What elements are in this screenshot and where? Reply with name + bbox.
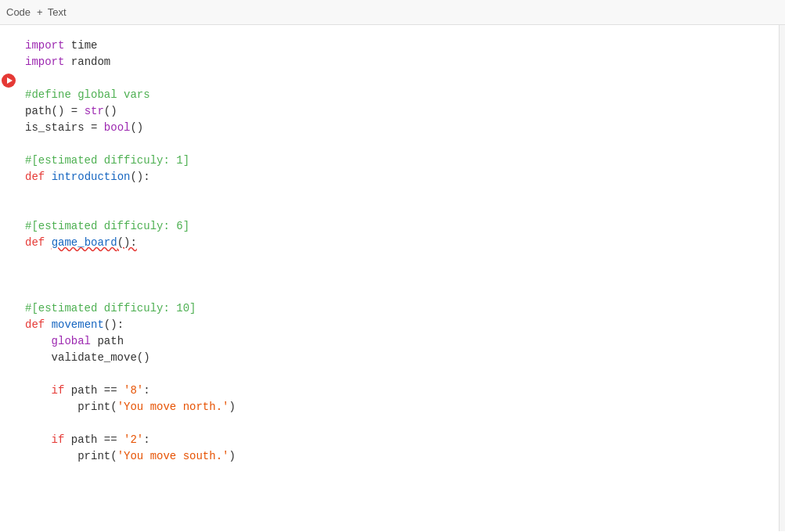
run-button[interactable] [2, 74, 16, 88]
code-line: def introduction(): [25, 169, 766, 185]
code-line [25, 251, 766, 268]
code-line: validate_move() [25, 350, 766, 366]
code-line [25, 366, 766, 383]
code-line [25, 185, 766, 202]
run-gutter [0, 25, 19, 531]
code-line [25, 268, 766, 284]
code-line: import time [25, 38, 766, 54]
code-line: def game_board(): [25, 235, 766, 251]
code-line [25, 202, 766, 218]
code-line: is_stairs = bool() [25, 120, 766, 136]
code-line: print('You move north.') [25, 399, 766, 415]
code-line: path() = str() [25, 103, 766, 120]
main-content: import time import random #define global… [0, 25, 785, 531]
code-line [25, 136, 766, 153]
code-line: #define global vars [25, 87, 766, 103]
toolbar-plus: + [37, 6, 43, 18]
code-line [25, 415, 766, 432]
code-editor[interactable]: import time import random #define global… [19, 25, 779, 531]
toolbar: Code + Text [0, 0, 785, 25]
scrollbar-track[interactable] [779, 25, 785, 531]
code-line: import random [25, 54, 766, 70]
code-line: #[estimated difficuly: 1] [25, 153, 766, 169]
code-line: #[estimated difficuly: 6] [25, 218, 766, 235]
code-line: if path == '8': [25, 383, 766, 399]
code-line: print('You move south.') [25, 448, 766, 465]
toolbar-code-label: Code [6, 6, 31, 18]
code-line: #[estimated difficuly: 10] [25, 300, 766, 317]
code-line: if path == '2': [25, 432, 766, 448]
code-line [25, 284, 766, 300]
code-line: def movement(): [25, 317, 766, 333]
code-line: global path [25, 333, 766, 350]
code-line [25, 70, 766, 87]
toolbar-text-label[interactable]: Text [48, 6, 67, 18]
